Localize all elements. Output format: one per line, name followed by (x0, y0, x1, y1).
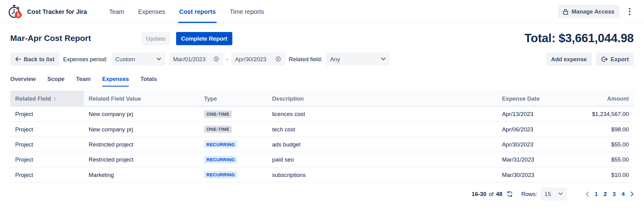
cell-amount: $98.00 (570, 122, 634, 137)
app-root: $ Cost Tracker for Jira TeamExpensesCost… (0, 0, 644, 212)
cell-expense-date: Apr/30/2023 (497, 137, 571, 152)
cell-amount: $10.00 (570, 167, 634, 182)
cell-related-field: Project (10, 122, 84, 137)
type-badge: ONE-TIME (204, 110, 232, 118)
export-button[interactable]: Export (596, 53, 634, 66)
sort-asc-icon: ↑ (54, 95, 56, 102)
app-title: Cost Tracker for Jira (27, 8, 87, 15)
back-to-list-button[interactable]: Back to list (10, 53, 59, 66)
date-from-input[interactable]: Mar/01/2023 (169, 53, 223, 66)
table-footer: 16-30 of 48 Rows: 15 1234 (10, 186, 634, 201)
next-page-icon[interactable] (630, 191, 634, 196)
nav-item-time-reports[interactable]: Time reports (230, 0, 264, 23)
page-button-1[interactable]: 1 (595, 190, 598, 197)
clear-date-icon[interactable] (213, 56, 219, 62)
column-header-amount[interactable]: Amount (570, 91, 634, 106)
date-to-input[interactable]: Apr/30/2023 (231, 53, 285, 66)
nav-item-team[interactable]: Team (109, 0, 124, 23)
previous-page-icon[interactable] (586, 191, 589, 196)
rows-per-page-label: Rows: (521, 190, 537, 197)
tab-expenses[interactable]: Expenses (102, 75, 129, 86)
more-options-button[interactable] (623, 5, 636, 18)
cell-type: RECURRING (199, 137, 267, 152)
cell-expense-date: Mar/30/2023 (497, 167, 571, 182)
nav-item-cost-reports[interactable]: Cost reports (179, 0, 216, 23)
page-button-2[interactable]: 2 (604, 190, 607, 197)
update-button[interactable]: Update (141, 32, 170, 45)
filter-row: Back to list Expenses period: Custom Mar… (0, 48, 644, 66)
page-list: 1234 (595, 190, 625, 197)
date-range-separator: - (226, 56, 228, 62)
column-header-related-field-value[interactable]: Related Field Value (84, 91, 199, 106)
related-field-value: Any (330, 56, 381, 62)
cell-related-field: Project (10, 106, 84, 121)
table-header: Related Field↑ Related Field Value Type … (10, 91, 634, 106)
column-header-type[interactable]: Type (199, 91, 267, 106)
top-bar: $ Cost Tracker for Jira TeamExpensesCost… (0, 0, 644, 23)
cell-type: RECURRING (199, 167, 267, 182)
column-header-related-field[interactable]: Related Field↑ (10, 91, 84, 106)
cell-description: subscriptions (267, 167, 497, 182)
rows-per-page-select[interactable]: 15 (541, 187, 567, 201)
chevron-down-icon (381, 58, 386, 61)
cell-description: paid seo (267, 152, 497, 167)
svg-text:$: $ (17, 12, 19, 17)
expenses-table: Related Field↑ Related Field Value Type … (10, 91, 634, 182)
type-badge: RECURRING (204, 156, 237, 163)
cell-related-field: Project (10, 137, 84, 152)
table-row[interactable]: ProjectMarketingRECURRINGsubscriptionsMa… (10, 167, 634, 182)
cell-expense-date: Mar/31/2023 (497, 152, 571, 167)
top-bar-right: Manage Access (558, 5, 636, 18)
page-button-4[interactable]: 4 (622, 190, 625, 197)
tab-team[interactable]: Team (76, 75, 91, 86)
tab-totals[interactable]: Totals (140, 75, 157, 86)
range-values: 16-30 (472, 190, 486, 197)
filter-actions: Add expense Export (546, 53, 634, 66)
report-title: Mar-Apr Cost Report (10, 34, 91, 43)
column-header-expense-date[interactable]: Expense Date (497, 91, 571, 106)
manage-access-button[interactable]: Manage Access (558, 5, 619, 18)
cell-description: licences cost (267, 106, 497, 121)
report-header: Mar-Apr Cost Report Update Complete Repo… (0, 23, 644, 48)
expenses-period-label: Expenses period: (63, 56, 107, 62)
tab-overview[interactable]: Overview (10, 75, 36, 86)
range-total: 48 (496, 190, 502, 197)
pagination-range: 16-30 of 48 (472, 190, 502, 197)
tab-scope[interactable]: Scope (47, 75, 65, 86)
back-to-list-label: Back to list (24, 56, 54, 62)
pager: 1234 (586, 190, 634, 197)
cell-related-field: Project (10, 167, 84, 182)
date-from-value: Mar/01/2023 (173, 56, 214, 62)
related-field-select[interactable]: Any (326, 53, 390, 66)
export-icon (601, 56, 608, 62)
table-row[interactable]: ProjectNew company prjONE-TIMElicences c… (10, 106, 634, 121)
cell-related-field-value: Restricted project (84, 137, 199, 152)
back-arrow-icon (15, 57, 21, 62)
column-header-description[interactable]: Description (267, 91, 497, 106)
lock-icon (563, 8, 569, 14)
cell-expense-date: Apr/13/2023 (497, 106, 571, 121)
add-expense-button[interactable]: Add expense (546, 53, 592, 66)
cell-related-field-value: Marketing (84, 167, 199, 182)
period-select-value: Custom (115, 56, 156, 62)
table-row[interactable]: ProjectRestricted projectRECURRINGads bu… (10, 137, 634, 152)
table-row[interactable]: ProjectRestricted projectRECURRINGpaid s… (10, 152, 634, 167)
type-badge: RECURRING (204, 171, 237, 178)
cell-type: RECURRING (199, 152, 267, 167)
type-badge: RECURRING (204, 141, 237, 148)
expense-table-body: ProjectNew company prjONE-TIMElicences c… (10, 106, 634, 182)
cell-related-field-value: New company prj (84, 106, 199, 121)
app-logo-icon: $ (6, 3, 23, 20)
table-row[interactable]: ProjectNew company prjONE-TIMEtech costA… (10, 122, 634, 137)
cell-amount: $55.00 (570, 152, 634, 167)
date-to-value: Apr/30/2023 (235, 56, 275, 62)
clear-date-icon[interactable] (275, 56, 281, 62)
page-button-3[interactable]: 3 (613, 190, 616, 197)
nav-item-expenses[interactable]: Expenses (138, 0, 165, 23)
range-of-label: of (489, 190, 494, 197)
cell-amount: $1,234,567.00 (570, 106, 634, 121)
complete-report-button[interactable]: Complete Report (176, 32, 232, 45)
period-select[interactable]: Custom (111, 53, 165, 66)
manage-access-label: Manage Access (572, 8, 614, 15)
refresh-icon[interactable] (506, 190, 513, 197)
